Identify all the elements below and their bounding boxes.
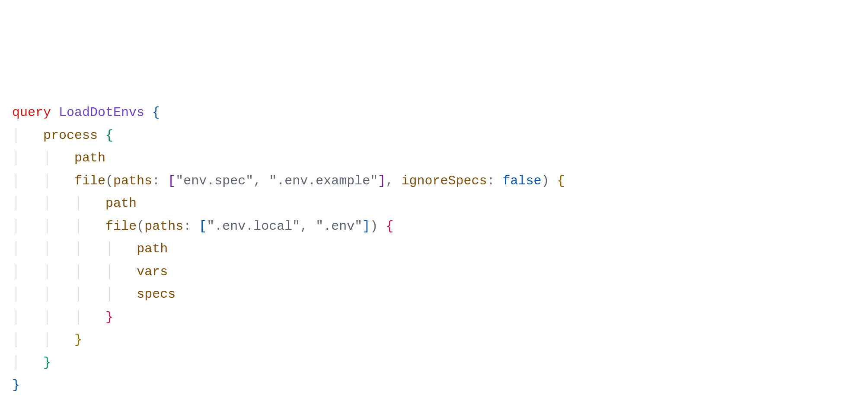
bracket-open: [ [199, 219, 207, 234]
brace-open: { [152, 105, 160, 120]
bracket-open: [ [168, 174, 176, 188]
arg-paths: paths [113, 174, 152, 188]
field-path: path [74, 151, 105, 165]
bracket-close: ] [378, 174, 386, 188]
field-path: path [137, 241, 168, 256]
brace-close: } [43, 355, 51, 370]
string-env: .env [323, 219, 354, 234]
brace-open: { [557, 174, 565, 188]
arg-paths: paths [144, 219, 183, 234]
brace-close: } [74, 332, 82, 347]
bool-false: false [502, 174, 541, 188]
brace-close: } [12, 378, 20, 393]
keyword-query: query [12, 105, 51, 120]
field-file: file [74, 174, 105, 188]
string-env-example: .env.example [277, 174, 370, 188]
field-path: path [105, 196, 137, 211]
operation-name: LoadDotEnvs [59, 105, 144, 120]
bracket-close: ] [362, 219, 370, 234]
field-process: process [43, 128, 98, 143]
field-file: file [105, 219, 137, 234]
field-specs: specs [137, 287, 176, 302]
field-vars: vars [137, 264, 168, 279]
brace-open: { [386, 219, 393, 234]
string-env-spec: env.spec [183, 174, 246, 188]
brace-open: { [105, 128, 113, 143]
arg-ignorespecs: ignoreSpecs [401, 174, 487, 188]
indent-guide: │ [12, 128, 20, 143]
string-env-local: .env.local [214, 219, 292, 234]
brace-close: } [105, 310, 113, 325]
code-block: query LoadDotEnvs { │ process { │ │ path… [12, 101, 856, 397]
